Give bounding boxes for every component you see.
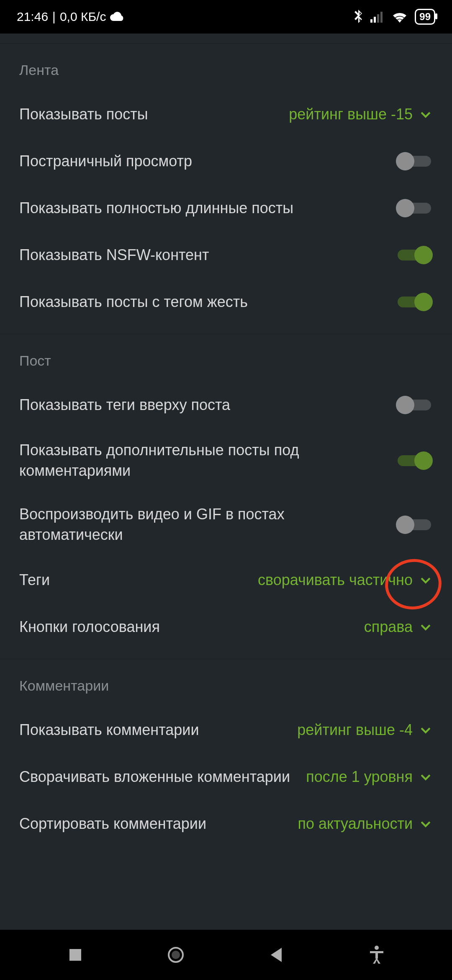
- toggle-thumb: [396, 396, 414, 414]
- chevron-down-icon: [419, 573, 433, 587]
- status-net-speed: 0,0 КБ/c: [60, 10, 106, 24]
- svg-point-7: [375, 946, 379, 950]
- row-label: Сортировать комментарии: [19, 814, 298, 834]
- status-time: 21:46: [17, 10, 48, 24]
- section-header-feed: Лента: [0, 44, 452, 91]
- top-spacer: [0, 34, 452, 44]
- row-value: по актуальности: [298, 815, 433, 833]
- value-text: сворачивать частично: [258, 571, 413, 589]
- nav-back-button[interactable]: [257, 936, 295, 974]
- row-label: Показывать теги вверху поста: [19, 395, 396, 415]
- svg-rect-0: [370, 19, 372, 23]
- svg-rect-2: [377, 14, 379, 23]
- bluetooth-icon: [354, 10, 363, 24]
- toggle-gore[interactable]: [396, 293, 433, 311]
- row-autoplay[interactable]: Воспроизводить видео и GIF в постах авто…: [0, 493, 452, 557]
- status-sep: |: [52, 10, 56, 24]
- toggle-thumb: [414, 293, 433, 311]
- svg-rect-1: [374, 17, 376, 23]
- row-label: Показывать посты: [19, 104, 289, 125]
- toggle-thumb: [396, 199, 414, 217]
- section-header-post: Пост: [0, 334, 452, 382]
- status-bar: 21:46 | 0,0 КБ/c 9: [0, 0, 452, 34]
- nav-accessibility-button[interactable]: [358, 936, 396, 974]
- toggle-thumb: [396, 152, 414, 170]
- wifi-icon: [392, 11, 407, 23]
- row-label: Показывать полностью длинные посты: [19, 198, 396, 219]
- status-left: 21:46 | 0,0 КБ/c: [17, 10, 124, 24]
- value-text: по актуальности: [298, 815, 413, 833]
- nav-home-button[interactable]: [157, 936, 195, 974]
- row-label: Показывать дополнительные посты под комм…: [19, 440, 396, 481]
- row-label: Постраничный просмотр: [19, 151, 396, 172]
- svg-point-6: [172, 951, 180, 959]
- row-sort-comments[interactable]: Сортировать комментарии по актуальности: [0, 800, 452, 847]
- row-label: Показывать NSFW-контент: [19, 245, 396, 266]
- row-label: Показывать комментарии: [19, 720, 297, 740]
- row-value: сворачивать частично: [258, 571, 433, 589]
- chevron-down-icon: [419, 723, 433, 737]
- row-value: рейтинг выше -15: [289, 106, 433, 123]
- status-right: 99: [354, 9, 435, 25]
- signal-icon: [370, 11, 385, 23]
- row-vote-buttons[interactable]: Кнопки голосования справа: [0, 603, 452, 650]
- row-label: Кнопки голосования: [19, 617, 364, 637]
- row-nsfw[interactable]: Показывать NSFW-контент: [0, 232, 452, 279]
- value-text: рейтинг выше -4: [297, 721, 413, 739]
- toggle-tags-top[interactable]: [396, 396, 433, 414]
- value-text: рейтинг выше -15: [289, 106, 413, 123]
- chevron-down-icon: [419, 620, 433, 634]
- row-paginated[interactable]: Постраничный просмотр: [0, 138, 452, 185]
- row-gore[interactable]: Показывать посты с тегом жесть: [0, 279, 452, 325]
- value-text: после 1 уровня: [306, 768, 413, 786]
- toggle-thumb: [414, 451, 433, 470]
- svg-rect-3: [380, 12, 383, 23]
- row-collapse-comments[interactable]: Сворачивать вложенные комментарии после …: [0, 753, 452, 800]
- row-value: рейтинг выше -4: [297, 721, 433, 739]
- toggle-autoplay[interactable]: [396, 516, 433, 534]
- chevron-down-icon: [419, 107, 433, 121]
- chevron-down-icon: [419, 770, 433, 784]
- row-label: Теги: [19, 570, 258, 591]
- row-label: Воспроизводить видео и GIF в постах авто…: [19, 504, 396, 545]
- nav-recent-button[interactable]: [56, 936, 94, 974]
- value-text: справа: [364, 618, 413, 636]
- row-show-comments[interactable]: Показывать комментарии рейтинг выше -4: [0, 707, 452, 753]
- row-show-posts[interactable]: Показывать посты рейтинг выше -15: [0, 91, 452, 138]
- row-label: Сворачивать вложенные комментарии: [19, 767, 306, 787]
- cloud-icon: [110, 10, 124, 24]
- row-value: справа: [364, 618, 433, 636]
- settings-content: Лента Показывать посты рейтинг выше -15 …: [0, 34, 452, 930]
- toggle-nsfw[interactable]: [396, 246, 433, 264]
- row-label: Показывать посты с тегом жесть: [19, 292, 396, 312]
- battery-icon: 99: [415, 9, 435, 25]
- row-tags-top[interactable]: Показывать теги вверху поста: [0, 382, 452, 428]
- row-tags[interactable]: Теги сворачивать частично: [0, 557, 452, 603]
- svg-rect-4: [69, 949, 81, 961]
- row-full-long[interactable]: Показывать полностью длинные посты: [0, 185, 452, 232]
- toggle-thumb: [396, 516, 414, 534]
- chevron-down-icon: [419, 817, 433, 831]
- toggle-paginated[interactable]: [396, 152, 433, 170]
- row-value: после 1 уровня: [306, 768, 433, 786]
- battery-level: 99: [419, 11, 431, 22]
- system-navbar: [0, 930, 452, 980]
- toggle-extra-posts[interactable]: [396, 451, 433, 470]
- toggle-thumb: [414, 246, 433, 264]
- row-extra-posts[interactable]: Показывать дополнительные посты под комм…: [0, 428, 452, 493]
- svg-rect-9: [375, 951, 378, 959]
- toggle-full-long[interactable]: [396, 199, 433, 217]
- section-header-comments: Комментарии: [0, 659, 452, 707]
